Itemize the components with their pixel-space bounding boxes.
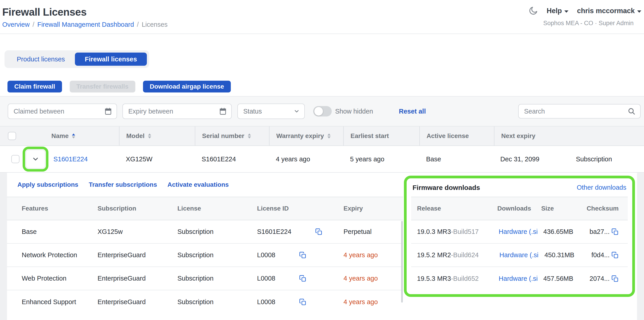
features-col-license: License [178,205,257,212]
sort-desc-icon [328,136,330,138]
row-serial-number: S1601E224 [195,155,269,163]
row-next-expiry-date: Dec 31, 2099 [500,155,576,163]
tab-product-licenses[interactable]: Product licenses [7,53,75,66]
tab-firewall-licenses[interactable]: Firewall licenses [75,53,147,66]
feature-license: Subscription [178,275,257,282]
search-input[interactable] [524,108,628,115]
download-airgap-license-button[interactable]: Download airgap license [143,81,231,92]
copy-icon[interactable] [299,252,306,259]
copy-icon[interactable] [299,275,306,282]
copy-icon[interactable] [612,252,619,259]
firmware-col-release: Release [411,205,497,212]
firmware-release: 19.0.3 MR3-Build517 [411,228,499,235]
claim-firewall-button[interactable]: Claim firewall [8,81,62,92]
features-scrollbar[interactable] [401,221,403,302]
expiry-between-input[interactable] [128,108,219,115]
breadcrumb-overview[interactable]: Overview [2,21,30,28]
firmware-col-size: Size [541,205,587,212]
feature-subscription: EnterpriseGuard [98,275,178,282]
help-menu[interactable]: Help [547,7,568,15]
feature-license-id: S1601E224 [257,228,292,235]
feature-name: Network Protection [22,251,98,259]
expand-row-button[interactable] [26,149,46,169]
transfer-subscriptions-link[interactable]: Transfer subscriptions [89,181,157,188]
column-header-model[interactable]: Model [119,126,195,145]
firewall-table-row: S1601E224 XG125W S1601E224 4 years ago 5… [0,146,644,173]
breadcrumb-firewall-dashboard[interactable]: Firewall Management Dashboard [37,21,134,28]
release-version: 19.0.3 MR3 [417,228,451,235]
copy-icon[interactable] [612,228,619,235]
column-header-next-expiry: Next expiry [494,126,644,145]
status-select[interactable]: Status [237,104,305,119]
user-menu-label: chris mccormack [577,7,635,15]
apply-subscriptions-link[interactable]: Apply subscriptions [18,181,78,188]
column-label: Warranty expiry [276,132,324,140]
release-version: 19.5.3 MR3 [417,275,451,282]
feature-license-id: L0008 [257,298,276,306]
hardware-download-link[interactable]: Hardware (.si [499,275,543,282]
user-menu[interactable]: chris mccormack [577,7,641,15]
column-header-serial-number[interactable]: Serial number [195,126,269,145]
feature-subscription: EnterpriseGuard [98,251,178,259]
filter-bar: Status Show hidden Reset all [0,96,644,126]
search-field[interactable] [518,104,640,118]
sort-asc-icon [72,133,75,135]
sort-icons[interactable] [328,133,330,138]
breadcrumb-separator: / [32,21,34,28]
feature-license: Subscription [178,298,257,306]
row-warranty-expiry: 4 years ago [269,155,343,163]
breadcrumb: Overview / Firewall Management Dashboard… [2,21,168,28]
firmware-size: 457.56MB [543,275,590,282]
show-hidden-toggle[interactable] [313,106,332,116]
copy-icon[interactable] [315,228,322,235]
feature-name: Enhanced Support [22,298,98,306]
firewall-table-header: Name Model Serial number Warranty expiry… [0,126,644,146]
features-col-features: Features [22,205,98,212]
features-row: Network Protection EnterpriseGuard Subsc… [7,244,403,267]
column-header-earliest-start: Earliest start [343,126,419,145]
row-next-expiry-type: Subscription [576,155,612,163]
dark-mode-moon-icon[interactable] [528,6,538,16]
row-select-cell [0,155,24,163]
sort-icons[interactable] [72,133,75,138]
select-all-checkbox[interactable] [8,132,16,140]
activate-evaluations-link[interactable]: Activate evaluations [168,181,229,188]
firmware-release: 19.5.3 MR3-Build652 [411,275,499,282]
claimed-between-input[interactable] [14,108,104,115]
sort-asc-icon [148,133,151,135]
column-label: Earliest start [350,132,389,140]
sort-desc-icon [148,136,151,138]
expiry-between-field[interactable] [122,104,232,119]
page-title: Firewall Licenses [2,6,168,18]
expanded-detail-section: Apply subscriptions Transfer subscriptio… [0,173,644,320]
row-earliest-start: 5 years ago [343,155,419,163]
features-row: Enhanced Support EnterpriseGuard Subscri… [7,290,403,314]
topbar-right: Help chris mccormack Sophos MEA - CO · S… [528,0,641,34]
column-header-warranty-expiry[interactable]: Warranty expiry [269,126,343,145]
column-label: Name [51,132,68,140]
copy-icon[interactable] [612,275,619,282]
firmware-row: 19.5.2 MR2-Build624 Hardware (.si 450.31… [411,244,628,267]
hardware-download-link[interactable]: Hardware (.si [500,251,544,259]
topbar: Firewall Licenses Overview / Firewall Ma… [0,0,644,34]
feature-license-id-cell: L0008 [257,251,337,259]
column-header-name[interactable]: Name [24,126,119,145]
row-checkbox[interactable] [11,155,20,163]
other-downloads-link[interactable]: Other downloads [577,184,626,191]
copy-icon[interactable] [299,298,306,306]
firewall-name-link[interactable]: S1601E224 [54,155,88,163]
sort-icons[interactable] [248,133,251,138]
sort-icons[interactable] [148,133,151,138]
firmware-checksum: 2074... [590,275,610,282]
help-menu-label: Help [547,7,562,15]
release-build: -Build624 [451,251,479,259]
sort-desc-icon [248,136,251,138]
firmware-downloads-title: Firmware downloads [412,184,480,192]
actions-row: Claim firewall Transfer firewalls Downlo… [8,81,644,92]
select-all-cell [0,126,24,145]
feature-subscription: EnterpriseGuard [98,298,178,306]
claimed-between-field[interactable] [8,104,117,119]
feature-subscription: XG125w [98,228,178,235]
hardware-download-link[interactable]: Hardware (.si [499,228,543,235]
reset-all-link[interactable]: Reset all [399,108,426,115]
